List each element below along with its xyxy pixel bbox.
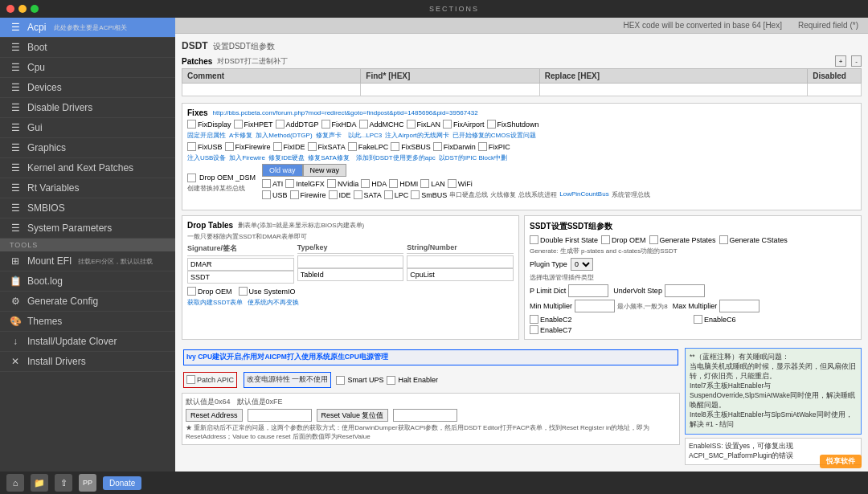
fix-firewire2-checkbox[interactable]: [290, 190, 299, 199]
fix-fixshutdown-checkbox[interactable]: [487, 120, 496, 129]
generate-cstates-item[interactable]: Generate CStates: [719, 235, 788, 244]
fix-fixpic-checkbox[interactable]: [478, 142, 487, 151]
reset-address-input[interactable]: [248, 409, 312, 422]
maximize-button[interactable]: [31, 5, 39, 13]
fix-fixsbus-checkbox[interactable]: [391, 142, 399, 151]
dt-type-input-1[interactable]: [297, 255, 404, 268]
fix-lpc2-checkbox[interactable]: [384, 190, 393, 199]
fix-hdmi-checkbox[interactable]: [389, 179, 398, 188]
sidebar-item-rt-variables[interactable]: ☰ Rt Variables: [0, 178, 175, 198]
fix-fixairport-checkbox[interactable]: [443, 120, 452, 129]
fix-wifi[interactable]: WiFi: [448, 179, 473, 188]
fix-ati-checkbox[interactable]: [262, 179, 271, 188]
window-controls[interactable]: [6, 5, 39, 13]
fix-sata2[interactable]: SATA: [354, 190, 382, 199]
drop-oem2-checkbox[interactable]: [187, 287, 196, 296]
fix-usb2-checkbox[interactable]: [262, 190, 271, 199]
fix-fixhda[interactable]: FixHDA: [321, 120, 357, 129]
fix-lan2-checkbox[interactable]: [420, 179, 429, 188]
drop-oem-dsm-checkbox[interactable]: [187, 174, 196, 182]
fix-intelgfx-checkbox[interactable]: [285, 179, 294, 188]
patch-apic-item[interactable]: Patch APIC: [186, 375, 234, 384]
enablec2-checkbox[interactable]: [530, 315, 538, 324]
fix-fixide-checkbox[interactable]: [273, 142, 282, 151]
sidebar-item-system-parameters[interactable]: ☰ System Parameters: [0, 218, 175, 239]
sidebar-item-gui[interactable]: ☰ Gui: [0, 118, 175, 138]
enablec7-checkbox[interactable]: [530, 325, 538, 334]
fix-smbus2[interactable]: SmBUS: [411, 190, 447, 199]
smart-ups-item[interactable]: Smart UPS: [336, 370, 383, 390]
drop-oem-ssdt-checkbox[interactable]: [601, 235, 610, 244]
fix-hda2[interactable]: HDA: [361, 179, 387, 188]
fix-ati[interactable]: ATI: [262, 179, 283, 188]
smart-ups-checkbox[interactable]: [336, 376, 345, 385]
enablec7-item[interactable]: EnableC7: [530, 325, 692, 334]
fix-addmchc-checkbox[interactable]: [359, 120, 368, 129]
generate-pstates-item[interactable]: Generate Pstates: [649, 235, 716, 244]
reset-value-input[interactable]: [393, 409, 457, 422]
new-way-tab[interactable]: New way: [303, 164, 347, 177]
fix-fixhpet-checkbox[interactable]: [234, 120, 243, 129]
enablec2-item[interactable]: EnableC2: [530, 315, 692, 324]
fix-fixhda-checkbox[interactable]: [321, 120, 330, 129]
fix-lpc2[interactable]: LPC: [384, 190, 409, 199]
fix-firewire2[interactable]: Firewire: [290, 190, 326, 199]
drop-oem-checkbox-item[interactable]: Drop OEM: [187, 287, 232, 296]
add-patch-button[interactable]: +: [835, 55, 847, 67]
sidebar-item-install-clover[interactable]: ↓ Install/Update Clover: [0, 332, 175, 352]
share-icon[interactable]: ⇧: [55, 474, 72, 492]
plugin-type-select[interactable]: 0 1: [571, 258, 593, 271]
fix-smbus2-checkbox[interactable]: [411, 190, 420, 199]
fix-fixdarwin-checkbox[interactable]: [433, 142, 442, 151]
fix-fakelpc[interactable]: FakeLPC: [348, 142, 389, 151]
sidebar-item-devices[interactable]: ☰ Devices: [0, 78, 175, 98]
sidebar-item-themes[interactable]: 🎨 Themes: [0, 312, 175, 332]
reset-value-button[interactable]: Reset Value 复位值: [317, 409, 389, 422]
fix-fixhpet[interactable]: FixHPET: [234, 120, 273, 129]
fix-lan2[interactable]: LAN: [420, 179, 445, 188]
patch-replace-cell[interactable]: [539, 84, 808, 96]
dt-type-input-2[interactable]: [297, 268, 404, 281]
sidebar-item-mount-efi[interactable]: ⊞ Mount EFI 挂载EFI分区，默认以挂载: [0, 251, 175, 271]
dt-sig-input-1[interactable]: [187, 258, 294, 271]
fix-adddtgp-checkbox[interactable]: [276, 120, 285, 129]
sidebar-item-kernel-kext[interactable]: ☰ Kernel and Kext Patches: [0, 158, 175, 178]
sidebar-item-smbios[interactable]: ☰ SMBIOS: [0, 198, 175, 218]
fix-nvidia[interactable]: NVidia: [327, 179, 358, 188]
sidebar-item-install-drivers[interactable]: ✕ Install Drivers: [0, 352, 175, 372]
dt-str-input-1[interactable]: [407, 255, 514, 268]
old-way-tab[interactable]: Old way: [262, 164, 303, 177]
reset-address-button[interactable]: Reset Address: [186, 409, 243, 422]
fix-fixsata-checkbox[interactable]: [308, 142, 317, 151]
patch-apic-checkbox[interactable]: [186, 375, 195, 384]
fix-fixlan-checkbox[interactable]: [407, 120, 416, 129]
fix-adddtgp[interactable]: AddDTGP: [276, 120, 319, 129]
fix-fakelpc-checkbox[interactable]: [348, 142, 357, 151]
halt-enabler-item[interactable]: Halt Enabler: [387, 370, 438, 390]
sidebar-item-graphics[interactable]: ☰ Graphics: [0, 138, 175, 158]
halt-enabler-checkbox[interactable]: [387, 376, 395, 385]
patch-comment-cell[interactable]: [182, 84, 361, 96]
fix-fixlan[interactable]: FixLAN: [407, 120, 441, 129]
fixes-link[interactable]: http://bbs.pcbeta.com/forum.php?mod=redi…: [213, 109, 478, 116]
sidebar-item-boot-log[interactable]: 📋 Boot.log: [0, 271, 175, 292]
min-mult-input[interactable]: [575, 300, 615, 312]
generate-cstates-checkbox[interactable]: [719, 235, 728, 244]
fix-fixusb[interactable]: FixUSB: [187, 142, 223, 151]
patch-disabled-cell[interactable]: [808, 84, 862, 96]
sidebar-item-generate-config[interactable]: ⚙ Generate Config: [0, 292, 175, 312]
folder-icon[interactable]: 📁: [31, 474, 48, 492]
sidebar-item-cpu[interactable]: ☰ Cpu: [0, 58, 175, 78]
fix-sata2-checkbox[interactable]: [354, 190, 362, 199]
enablec6-checkbox[interactable]: [694, 315, 702, 324]
use-systemio-checkbox-item[interactable]: Use SystemIO: [239, 287, 296, 296]
fix-wifi-checkbox[interactable]: [448, 179, 457, 188]
fix-nvidia-checkbox[interactable]: [327, 179, 336, 188]
enablec6-item[interactable]: EnableC6: [694, 315, 856, 324]
remove-patch-button[interactable]: -: [851, 55, 862, 67]
sidebar-item-acpi[interactable]: ☰ Acpi 此处参数主要是ACPI相关: [0, 18, 175, 38]
fix-fixpic[interactable]: FixPIC: [478, 142, 510, 151]
drop-oem-ssdt-item[interactable]: Drop OEM: [601, 235, 646, 244]
patch-find-cell[interactable]: [361, 84, 539, 96]
max-mult-input[interactable]: [719, 300, 760, 312]
